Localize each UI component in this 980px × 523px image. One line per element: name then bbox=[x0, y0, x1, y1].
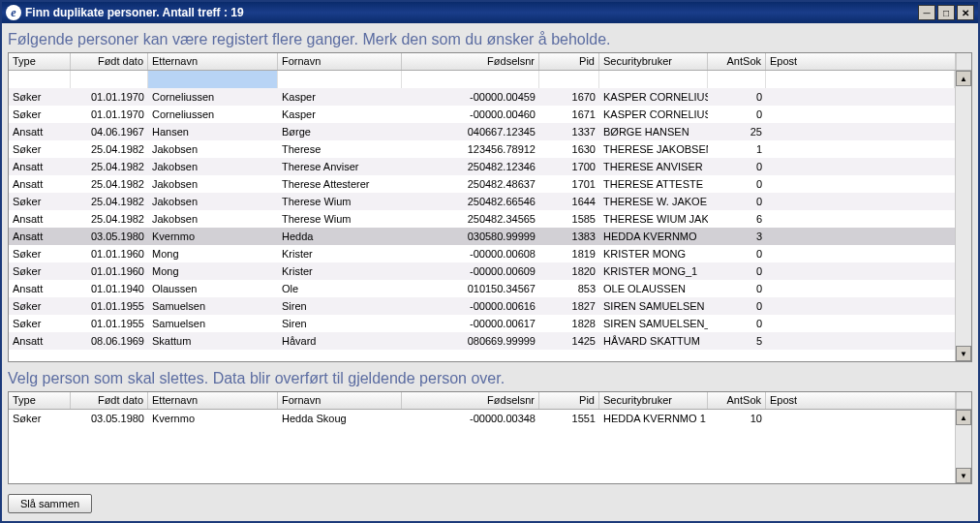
filter-pid[interactable] bbox=[539, 71, 599, 88]
header-security[interactable]: Securitybruker bbox=[599, 53, 708, 70]
cell-type: Ansatt bbox=[9, 333, 71, 349]
cell-ant: 0 bbox=[708, 159, 766, 174]
cell-fnr: 030580.99999 bbox=[402, 229, 539, 244]
filter-row[interactable] bbox=[9, 71, 955, 88]
cell-first: Therese bbox=[278, 141, 402, 157]
header-dob[interactable]: Født dato bbox=[71, 392, 148, 409]
header-pid[interactable]: Pid bbox=[539, 392, 599, 409]
close-button[interactable]: ✕ bbox=[957, 5, 974, 20]
cell-pid: 1819 bbox=[539, 246, 599, 262]
table-row[interactable]: Søker25.04.1982JakobsenTherese123456.789… bbox=[9, 140, 955, 158]
cell-ant: 1 bbox=[708, 141, 766, 157]
table-row[interactable]: Ansatt25.04.1982JakobsenTherese Attester… bbox=[9, 175, 955, 193]
filter-firstname[interactable] bbox=[278, 71, 402, 88]
cell-epost bbox=[766, 416, 955, 420]
filter-fnr[interactable] bbox=[402, 71, 539, 88]
cell-epost bbox=[766, 147, 955, 151]
table-row[interactable]: Ansatt03.05.1980KvernmoHedda030580.99999… bbox=[9, 228, 955, 245]
cell-last: Samuelsen bbox=[148, 316, 278, 331]
cell-ant: 3 bbox=[708, 229, 766, 244]
table-row[interactable]: Ansatt04.06.1967HansenBørge040667.123451… bbox=[9, 123, 955, 140]
scroll-down-icon[interactable]: ▼ bbox=[956, 468, 971, 483]
minimize-button[interactable]: ─ bbox=[918, 5, 935, 20]
table-row[interactable]: Søker01.01.1960MongKrister-00000.0060818… bbox=[9, 245, 955, 262]
filter-antsok[interactable] bbox=[708, 71, 766, 88]
cell-last: Hansen bbox=[148, 124, 278, 139]
cell-fnr: 250482.48637 bbox=[402, 176, 539, 192]
cell-pid: 1630 bbox=[539, 141, 599, 157]
table-row[interactable]: Ansatt08.06.1969SkattumHåvard080669.9999… bbox=[9, 332, 955, 350]
cell-fnr: 010150.34567 bbox=[402, 281, 539, 296]
scroll-down-icon[interactable]: ▼ bbox=[956, 346, 971, 361]
cell-epost bbox=[766, 112, 955, 116]
cell-ant: 0 bbox=[708, 298, 766, 314]
filter-epost[interactable] bbox=[766, 71, 955, 88]
cell-sec: HEDDA KVERNMO bbox=[599, 229, 708, 244]
header-antsok[interactable]: AntSok bbox=[708, 392, 766, 409]
cell-fnr: -00000.00348 bbox=[402, 411, 539, 426]
table-row[interactable]: Søker01.01.1955SamuelsenSiren-00000.0061… bbox=[9, 315, 955, 332]
header-fnr[interactable]: Fødselsnr bbox=[402, 392, 539, 409]
filter-dob[interactable] bbox=[71, 71, 148, 88]
header-type[interactable]: Type bbox=[9, 392, 71, 409]
header-lastname[interactable]: Etternavn bbox=[148, 53, 278, 70]
header-dob[interactable]: Født dato bbox=[71, 53, 148, 70]
cell-fnr: -00000.00459 bbox=[402, 89, 539, 105]
filter-security[interactable] bbox=[599, 71, 708, 88]
merge-button[interactable]: Slå sammen bbox=[8, 494, 92, 513]
scroll-up-icon[interactable]: ▲ bbox=[956, 410, 971, 425]
header-firstname[interactable]: Fornavn bbox=[278, 53, 402, 70]
cell-last: Mong bbox=[148, 263, 278, 279]
cell-ant: 0 bbox=[708, 176, 766, 192]
header-antsok[interactable]: AntSok bbox=[708, 53, 766, 70]
cell-pid: 1551 bbox=[539, 411, 599, 426]
cell-fnr: 250482.12346 bbox=[402, 159, 539, 174]
cell-pid: 1701 bbox=[539, 176, 599, 192]
cell-dob: 01.01.1960 bbox=[71, 246, 148, 262]
table-row[interactable]: Søker01.01.1955SamuelsenSiren-00000.0061… bbox=[9, 297, 955, 315]
cell-sec: THERESE JAKOBSEN bbox=[599, 141, 708, 157]
header-security[interactable]: Securitybruker bbox=[599, 392, 708, 409]
cell-pid: 1820 bbox=[539, 263, 599, 279]
table-row[interactable]: Ansatt25.04.1982JakobsenTherese Wium2504… bbox=[9, 210, 955, 228]
table-row[interactable]: Søker25.04.1982JakobsenTherese Wium25048… bbox=[9, 193, 955, 210]
cell-fnr: 250482.34565 bbox=[402, 211, 539, 227]
cell-sec: SIREN SAMUELSEN bbox=[599, 298, 708, 314]
table-row[interactable]: Ansatt01.01.1940OlaussenOle010150.345678… bbox=[9, 280, 955, 297]
cell-dob: 25.04.1982 bbox=[71, 194, 148, 209]
cell-last: Jakobsen bbox=[148, 159, 278, 174]
header-epost[interactable]: Epost bbox=[766, 392, 956, 409]
cell-sec: OLE OLAUSSEN bbox=[599, 281, 708, 296]
top-scrollbar[interactable]: ▲ ▼ bbox=[955, 71, 971, 361]
filter-type[interactable] bbox=[9, 71, 71, 88]
bottom-scrollbar[interactable]: ▲ ▼ bbox=[955, 410, 971, 483]
header-firstname[interactable]: Fornavn bbox=[278, 392, 402, 409]
header-lastname[interactable]: Etternavn bbox=[148, 392, 278, 409]
table-row[interactable]: Ansatt25.04.1982JakobsenTherese Anviser2… bbox=[9, 158, 955, 175]
table-row[interactable]: Søker01.01.1970CorneliussenKasper-00000.… bbox=[9, 106, 955, 123]
header-fnr[interactable]: Fødselsnr bbox=[402, 53, 539, 70]
header-scroll-gap bbox=[956, 53, 971, 70]
cell-first: Therese Anviser bbox=[278, 159, 402, 174]
cell-first: Krister bbox=[278, 246, 402, 262]
cell-pid: 1670 bbox=[539, 89, 599, 105]
maximize-button[interactable]: □ bbox=[937, 5, 955, 20]
header-pid[interactable]: Pid bbox=[539, 53, 599, 70]
table-row[interactable]: Søker01.01.1970CorneliussenKasper-00000.… bbox=[9, 88, 955, 106]
filter-lastname[interactable] bbox=[148, 71, 278, 88]
header-epost[interactable]: Epost bbox=[766, 53, 956, 70]
bottom-section-label: Velg person som skal slettes. Data blir … bbox=[8, 370, 972, 387]
cell-fnr: -00000.00460 bbox=[402, 107, 539, 122]
cell-ant: 0 bbox=[708, 246, 766, 262]
cell-dob: 01.01.1960 bbox=[71, 263, 148, 279]
table-row[interactable]: Søker01.01.1960MongKrister-00000.0060918… bbox=[9, 262, 955, 280]
cell-epost bbox=[766, 304, 955, 308]
header-type[interactable]: Type bbox=[9, 53, 71, 70]
cell-first: Ole bbox=[278, 281, 402, 296]
table-row[interactable]: Søker03.05.1980KvernmoHedda Skoug-00000.… bbox=[9, 410, 955, 427]
window: e Finn duplikate personer. Antall treff … bbox=[0, 0, 980, 523]
cell-type: Søker bbox=[9, 141, 71, 157]
bottom-grid-body: Søker03.05.1980KvernmoHedda Skoug-00000.… bbox=[9, 410, 955, 483]
scroll-up-icon[interactable]: ▲ bbox=[956, 71, 971, 86]
cell-ant: 0 bbox=[708, 316, 766, 331]
